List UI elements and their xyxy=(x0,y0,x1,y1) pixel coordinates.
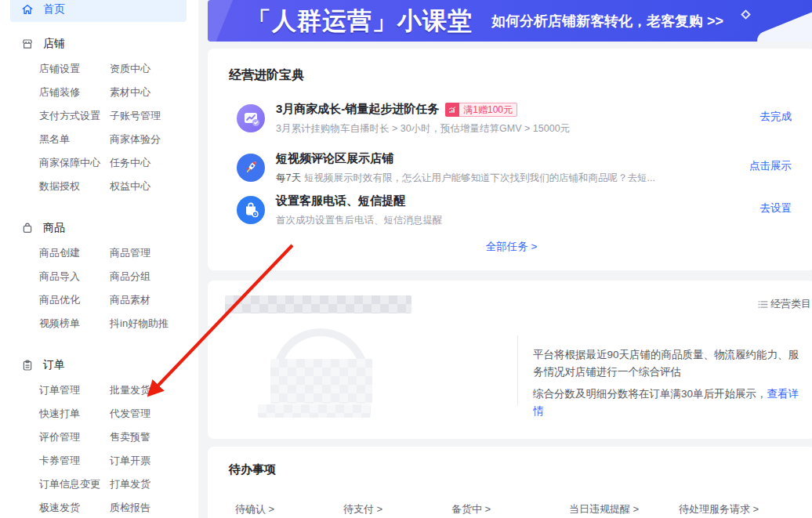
sidebar-item[interactable]: 打单发货 xyxy=(110,478,192,491)
sidebar-item[interactable]: 商家保障中心 xyxy=(39,157,110,169)
sidebar-item[interactable]: 权益中心 xyxy=(110,180,192,193)
shop-score-card: 经营类目 平台将根据最近90天店铺的商品质量、物流履约能力、服务情况对店铺进行一… xyxy=(208,281,812,439)
censored-score-label xyxy=(258,404,371,418)
sidebar-item[interactable]: 店铺装修 xyxy=(39,86,110,99)
sidebar-item-daifa[interactable]: 代发管理 xyxy=(110,408,192,420)
censored-score xyxy=(270,359,372,404)
sidebar-item[interactable]: 支付方式设置 xyxy=(39,110,110,122)
sidebar-item[interactable]: 商品管理 xyxy=(110,247,192,259)
task-title: 3月商家成长-销量起步进阶任务 xyxy=(276,102,439,117)
reward-badge: 满1赠100元 xyxy=(445,103,517,117)
todo-violation-alert[interactable]: 当日违规提醒 > xyxy=(569,502,639,516)
task-desc: 3月累计挂购物车自播时长 > 30小时，预估增量结算GMV > 15000元 xyxy=(276,122,721,136)
sidebar-item-label: 首页 xyxy=(43,2,65,16)
sidebar-item[interactable]: 售卖预警 xyxy=(110,431,192,444)
todo-pending-payment[interactable]: 待支付 > xyxy=(343,502,382,516)
sidebar-item[interactable]: 评价管理 xyxy=(39,431,110,444)
task-row[interactable]: 短视频评论区展示店铺 每7天短视频展示时效有限，怎么让用户能够知道下次找到我们的… xyxy=(276,151,721,185)
sidebar-item[interactable]: 子账号管理 xyxy=(110,110,192,122)
sidebar-item[interactable]: 抖in好物助推 xyxy=(110,317,192,330)
home-icon xyxy=(21,3,34,16)
sidebar-item[interactable]: 黑名单 xyxy=(39,133,110,146)
sidebar: 首页 店铺 店铺设置 资质中心 店铺装修 素材中心 支付方式设置 子账号管理 黑… xyxy=(0,0,198,518)
task-row[interactable]: 设置客服电话、短信提醒 首次成功设置售后电话、短信消息提醒 xyxy=(276,194,721,227)
sidebar-item[interactable]: 批量发货 xyxy=(110,384,192,397)
sidebar-item[interactable]: 订单开票 xyxy=(110,455,192,467)
bag-icon xyxy=(21,222,34,234)
sidebar-order-items: 订单管理 批量发货 快速打单 代发管理 评价管理 售卖预警 卡券管理 订单开票 … xyxy=(39,384,192,514)
todo-pending-confirm[interactable]: 待确认 > xyxy=(235,502,274,516)
diamond-decoration xyxy=(741,9,751,20)
service-bag-icon xyxy=(237,196,265,224)
tasks-card-title: 经营进阶宝典 xyxy=(229,67,304,84)
todo-service-request[interactable]: 待处理服务请求 > xyxy=(679,502,759,516)
score-description: 平台将根据最近90天店铺的商品质量、物流履约能力、服务情况对店铺进行一个综合评估… xyxy=(533,346,806,420)
sidebar-item[interactable]: 商家体验分 xyxy=(110,133,192,146)
task-title: 设置客服电话、短信提醒 xyxy=(276,194,405,208)
todo-card-title: 待办事项 xyxy=(229,462,276,477)
sidebar-item[interactable]: 订单管理 xyxy=(39,384,110,397)
promo-banner[interactable]: 「人群运营」小课堂 如何分析店铺新客转化，老客复购 >> xyxy=(208,0,812,42)
sidebar-shop-items: 店铺设置 资质中心 店铺装修 素材中心 支付方式设置 子账号管理 黑名单 商家体… xyxy=(39,63,192,193)
main-content: 「人群运营」小课堂 如何分析店铺新客转化，老客复购 >> 经营进阶宝典 3月商家… xyxy=(208,0,812,518)
banner-subtitle: 如何分析店铺新客转化，老客复购 >> xyxy=(491,12,723,31)
censored-shop-name xyxy=(225,295,411,313)
badge-label: 满1赠100元 xyxy=(459,103,517,117)
category-link[interactable]: 经营类目 xyxy=(758,297,811,311)
coin-icon xyxy=(445,103,459,117)
task-row[interactable]: 3月商家成长-销量起步进阶任务 满1赠100元 3月累计挂购物车自播时长 > 3… xyxy=(276,102,721,136)
banner-title: 「人群运营」小课堂 xyxy=(247,5,473,38)
sidebar-item[interactable]: 任务中心 xyxy=(110,157,192,169)
sidebar-item[interactable]: 订单信息变更 xyxy=(39,478,110,491)
sidebar-section-label: 商品 xyxy=(43,221,65,235)
sidebar-item[interactable]: 资质中心 xyxy=(110,63,192,75)
sidebar-item[interactable]: 商品导入 xyxy=(39,270,110,283)
task-action-link[interactable]: 去完成 xyxy=(760,110,792,124)
list-icon xyxy=(758,299,768,310)
sidebar-item[interactable]: 商品素材 xyxy=(110,294,192,306)
task-title: 短视频评论区展示店铺 xyxy=(276,151,393,166)
task-action-link[interactable]: 点击展示 xyxy=(749,159,792,173)
divider xyxy=(517,335,518,406)
sidebar-section-shop[interactable]: 店铺 xyxy=(0,37,198,51)
clipboard-icon xyxy=(21,359,34,371)
sidebar-item[interactable]: 视频榜单 xyxy=(39,317,110,330)
sidebar-item[interactable]: 店铺设置 xyxy=(39,63,110,75)
sidebar-item[interactable]: 素材中心 xyxy=(110,86,192,99)
banner-illustration xyxy=(741,0,812,42)
todo-preparing-stock[interactable]: 备货中 > xyxy=(451,502,491,516)
task-desc: 首次成功设置售后电话、短信消息提醒 xyxy=(276,214,721,227)
sidebar-item[interactable]: 数据授权 xyxy=(39,180,110,193)
sidebar-item[interactable]: 卡券管理 xyxy=(39,455,110,467)
sidebar-item[interactable]: 质检报告 xyxy=(110,502,192,514)
sidebar-item[interactable]: 极速发货 xyxy=(39,502,110,514)
sidebar-item[interactable]: 商品创建 xyxy=(39,247,110,259)
growth-chart-icon xyxy=(237,104,265,132)
sidebar-item[interactable]: 商品分组 xyxy=(110,270,192,283)
category-link-label: 经营类目 xyxy=(770,297,811,311)
rocket-icon xyxy=(237,154,265,182)
all-tasks-link[interactable]: 全部任务 > xyxy=(486,240,538,254)
sidebar-section-order[interactable]: 订单 xyxy=(0,358,198,372)
task-action-link[interactable]: 去设置 xyxy=(760,201,792,216)
task-desc: 每7天短视频展示时效有限，怎么让用户能够知道下次找到我们的店铺和商品呢？去短..… xyxy=(276,172,721,185)
sidebar-item[interactable]: 快速打单 xyxy=(39,408,110,420)
sidebar-item-home[interactable]: 首页 xyxy=(10,0,187,22)
score-desc-line: 平台将根据最近90天店铺的商品质量、物流履约能力、服务情况对店铺进行一个综合评估 xyxy=(533,346,806,381)
sidebar-section-product[interactable]: 商品 xyxy=(0,221,198,235)
growth-tasks-card: 经营进阶宝典 3月商家成长-销量起步进阶任务 xyxy=(208,49,812,270)
sidebar-item[interactable]: 商品优化 xyxy=(39,294,110,306)
sidebar-product-items: 商品创建 商品管理 商品导入 商品分组 商品优化 商品素材 视频榜单 抖in好物… xyxy=(39,247,192,330)
storefront-icon xyxy=(21,38,34,50)
sidebar-section-label: 店铺 xyxy=(43,37,65,51)
task-desc-prefix: 每7天 xyxy=(276,172,301,183)
sidebar-section-label: 订单 xyxy=(43,358,65,372)
score-desc-line: 综合分数及明细分数将在订单满30单后开始展示，查看详情 xyxy=(533,386,806,420)
todo-card: 待办事项 待确认 > 待支付 > 备货中 > 当日违规提醒 > 待处理服务请求 … xyxy=(208,447,812,518)
